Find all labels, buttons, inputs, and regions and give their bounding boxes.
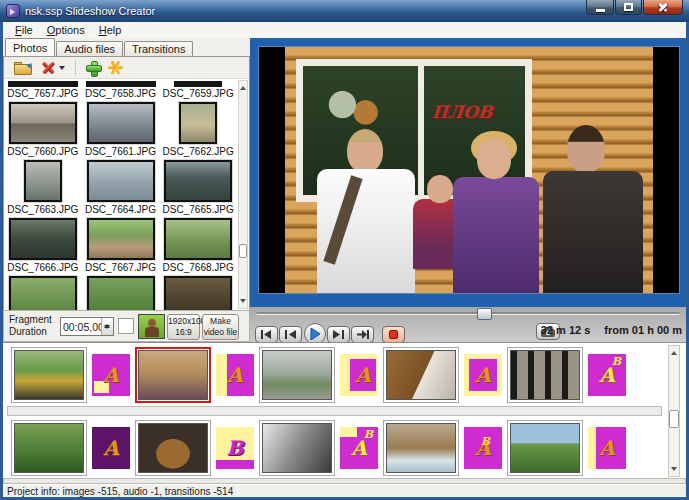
photo-name: DSC_7657.JPG [7,87,78,100]
menu-options[interactable]: Options [40,24,92,36]
maximize-button[interactable] [615,0,642,15]
photo-thumbnail[interactable] [9,276,77,310]
photo-thumbnail[interactable] [164,276,232,310]
scrollbar-thumb[interactable] [239,244,247,258]
app-icon [6,4,20,18]
photo-thumbnail[interactable] [164,160,232,202]
timeline-transition[interactable]: B [216,427,254,469]
photo-thumbnail[interactable] [164,218,232,260]
minimize-button[interactable] [586,0,614,15]
step-back-button[interactable] [279,326,302,343]
timeline-photo-selected[interactable] [135,347,211,403]
photo-thumb-row [4,274,237,310]
duration-spinner[interactable]: 00:05,000 [60,317,114,336]
timeline-photo[interactable] [11,420,87,476]
go-end-button[interactable] [351,326,374,343]
scroll-down-icon[interactable] [671,467,677,474]
step-back-icon [285,330,296,339]
scroll-up-icon[interactable] [671,348,677,355]
photo-name: DSC_7663.JPG [7,203,78,216]
timeline-transition[interactable]: A [216,354,254,396]
audio-track-1[interactable] [7,406,662,416]
main-area: Photos Audio files Transitions [3,38,686,342]
tab-photos[interactable]: Photos [5,38,55,56]
photo-thumbnail[interactable] [9,218,77,260]
step-forward-icon [333,330,344,339]
photo-thumbnail[interactable] [87,218,155,260]
photo-name: DSC_7666.JPG [7,261,78,274]
make-video-button[interactable]: Make video file [202,314,239,340]
photo-list-scrollbar[interactable] [238,80,248,309]
scroll-down-icon[interactable] [240,299,246,306]
add-photo-button[interactable] [82,58,104,78]
timeline-scrollbar[interactable] [668,345,680,477]
timeline-transition[interactable]: AB [588,354,626,396]
close-button[interactable] [643,0,683,15]
photo-row-cut [4,80,237,87]
preview-photo: ПЛОВ [285,47,653,293]
timeline-transition[interactable]: A [92,354,130,396]
fragment-duration-label: Fragment Duration [9,314,52,338]
delete-photo-button[interactable] [37,58,69,78]
seek-slider[interactable] [256,312,680,315]
timeline-photo[interactable] [383,420,459,476]
timeline-transition[interactable]: A [464,354,502,396]
photo-thumbnail[interactable] [9,102,77,144]
photo-name: DSC_7660.JPG [7,145,78,158]
timeline-photo[interactable] [135,420,211,476]
tab-strip: Photos Audio files Transitions [3,38,250,56]
photo-thumbnail[interactable] [87,102,155,144]
menu-help[interactable]: Help [92,24,129,36]
go-start-icon [261,330,272,339]
photo-name: DSC_7668.JPG [163,261,234,274]
tab-transitions[interactable]: Transitions [124,41,193,56]
photo-thumbnail[interactable] [87,276,155,310]
playback-controls: 32 m 12 sfrom 01 h 00 m [250,307,686,342]
open-folder-button[interactable] [10,58,37,78]
figure-icon [148,319,156,327]
spinner-buttons[interactable] [101,318,113,335]
menu-bar: File Options Help [3,22,686,38]
title-bar[interactable]: nsk.ssp Slideshow Creator [0,0,689,22]
photos-toolbar [4,57,249,79]
scrollbar-thumb[interactable] [669,410,679,428]
timeline-row-1: A A A A AB [3,345,686,405]
go-start-button[interactable] [255,326,278,343]
timeline-transition[interactable]: A [588,427,626,469]
photo-name: DSC_7661.JPG [85,145,156,158]
stop-button[interactable] [382,326,405,343]
caret-down-icon [59,66,65,73]
timeline-photo[interactable] [259,420,335,476]
timeline-transition[interactable]: AB [340,427,378,469]
timeline-transition[interactable]: A [340,354,378,396]
photo-thumbnail[interactable] [87,160,155,202]
resolution-button[interactable]: 1920x1080 16:9 [167,314,200,340]
photo-thumbnail[interactable] [179,102,217,144]
timeline-photo[interactable] [507,420,583,476]
spin-down-icon[interactable] [104,325,110,332]
video-frame: ПЛОВ [258,46,680,294]
photo-thumbnail[interactable] [24,160,62,202]
timeline-photo[interactable] [259,347,335,403]
scroll-up-icon[interactable] [240,83,246,90]
preview-fragment-button[interactable] [138,314,165,339]
figure-icon [145,327,159,337]
delete-x-icon [41,60,56,75]
photo-name: DSC_7665.JPG [163,203,234,216]
menu-file[interactable]: File [8,24,40,36]
tab-audio-files[interactable]: Audio files [56,41,123,56]
photo-thumb-row [4,158,237,203]
effects-button[interactable] [104,58,127,78]
timeline-transition[interactable]: AB [464,427,502,469]
timeline-row-2: A B AB AB A [3,418,686,478]
timeline-photo[interactable] [507,347,583,403]
timeline-transition[interactable]: A [92,427,130,469]
photo-name-row: DSC_7663.JPG DSC_7664.JPG DSC_7665.JPG [4,203,237,216]
timeline-photo[interactable] [11,347,87,403]
photo-name-row: DSC_7666.JPG DSC_7667.JPG DSC_7668.JPG [4,261,237,274]
photo-list[interactable]: DSC_7657.JPG DSC_7658.JPG DSC_7659.JPG D… [4,80,237,310]
apply-all-checkbox[interactable] [118,318,134,334]
seek-slider-thumb[interactable] [477,308,492,320]
step-forward-button[interactable] [327,326,350,343]
timeline-photo[interactable] [383,347,459,403]
